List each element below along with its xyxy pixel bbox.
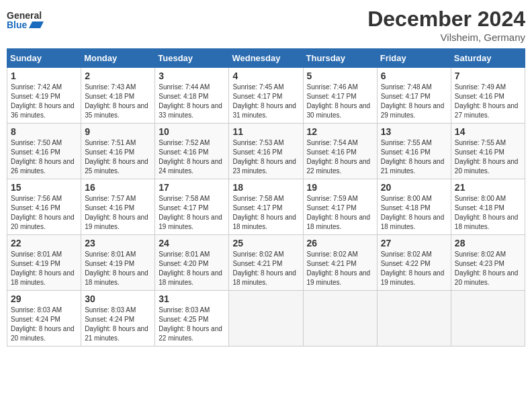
location-subtitle: Vilsheim, Germany [367, 32, 525, 43]
day-detail: Sunrise: 7:44 AMSunset: 4:18 PMDaylight:… [159, 83, 225, 120]
day-detail: Sunrise: 7:52 AMSunset: 4:16 PMDaylight:… [159, 138, 225, 176]
calendar-cell: 27Sunrise: 8:02 AMSunset: 4:22 PMDayligh… [377, 235, 451, 291]
day-number: 23 [85, 238, 151, 248]
day-detail: Sunrise: 7:43 AMSunset: 4:18 PMDaylight:… [85, 83, 151, 120]
day-number: 18 [232, 182, 299, 193]
day-number: 14 [455, 126, 521, 137]
day-detail: Sunrise: 7:46 AMSunset: 4:17 PMDaylight:… [307, 83, 373, 120]
calendar-cell: 9Sunrise: 7:51 AMSunset: 4:16 PMDaylight… [81, 124, 155, 179]
calendar-cell: 6Sunrise: 7:48 AMSunset: 4:17 PMDaylight… [377, 68, 451, 124]
page-header: General Blue December 2024 Vilsheim, Ger… [7, 7, 525, 43]
day-detail: Sunrise: 7:55 AMSunset: 4:16 PMDaylight:… [455, 138, 521, 176]
day-header-wednesday: Wednesday [229, 49, 303, 68]
day-detail: Sunrise: 7:53 AMSunset: 4:16 PMDaylight:… [232, 138, 299, 176]
day-number: 5 [307, 71, 373, 81]
calendar-cell: 19Sunrise: 7:59 AMSunset: 4:17 PMDayligh… [303, 179, 377, 235]
day-number: 22 [11, 238, 77, 248]
day-detail: Sunrise: 8:02 AMSunset: 4:21 PMDaylight:… [232, 250, 299, 287]
day-header-saturday: Saturday [451, 49, 525, 68]
day-detail: Sunrise: 8:00 AMSunset: 4:18 PMDaylight:… [455, 194, 521, 232]
day-detail: Sunrise: 8:01 AMSunset: 4:20 PMDaylight:… [159, 250, 225, 287]
day-number: 30 [85, 293, 151, 304]
day-number: 1 [11, 71, 77, 81]
day-number: 2 [85, 71, 151, 81]
day-detail: Sunrise: 7:42 AMSunset: 4:19 PMDaylight:… [11, 83, 77, 120]
day-detail: Sunrise: 7:59 AMSunset: 4:17 PMDaylight:… [307, 194, 373, 232]
day-number: 25 [232, 238, 299, 248]
calendar-cell: 28Sunrise: 8:02 AMSunset: 4:23 PMDayligh… [451, 235, 525, 291]
day-detail: Sunrise: 7:57 AMSunset: 4:16 PMDaylight:… [85, 194, 151, 232]
calendar-cell: 20Sunrise: 8:00 AMSunset: 4:18 PMDayligh… [377, 179, 451, 235]
day-detail: Sunrise: 7:51 AMSunset: 4:16 PMDaylight:… [85, 138, 151, 176]
day-detail: Sunrise: 7:50 AMSunset: 4:16 PMDaylight:… [11, 138, 77, 176]
calendar-cell: 21Sunrise: 8:00 AMSunset: 4:18 PMDayligh… [451, 179, 525, 235]
calendar-cell [229, 291, 303, 347]
day-number: 20 [381, 182, 447, 193]
month-year-title: December 2024 [367, 7, 525, 32]
day-detail: Sunrise: 7:58 AMSunset: 4:17 PMDaylight:… [232, 194, 299, 232]
day-detail: Sunrise: 8:03 AMSunset: 4:24 PMDaylight:… [85, 306, 151, 343]
day-number: 10 [159, 126, 225, 137]
day-number: 7 [455, 71, 521, 81]
calendar-cell: 11Sunrise: 7:53 AMSunset: 4:16 PMDayligh… [229, 124, 303, 179]
calendar-cell: 7Sunrise: 7:49 AMSunset: 4:16 PMDaylight… [451, 68, 525, 124]
day-detail: Sunrise: 7:45 AMSunset: 4:17 PMDaylight:… [232, 83, 299, 120]
day-detail: Sunrise: 7:49 AMSunset: 4:16 PMDaylight:… [455, 83, 521, 120]
calendar-cell: 3Sunrise: 7:44 AMSunset: 4:18 PMDaylight… [155, 68, 229, 124]
day-number: 3 [159, 71, 225, 81]
day-header-thursday: Thursday [303, 49, 377, 68]
day-detail: Sunrise: 7:58 AMSunset: 4:17 PMDaylight:… [159, 194, 225, 232]
day-number: 28 [455, 238, 521, 248]
calendar-cell: 12Sunrise: 7:54 AMSunset: 4:16 PMDayligh… [303, 124, 377, 179]
day-detail: Sunrise: 8:02 AMSunset: 4:21 PMDaylight:… [307, 250, 373, 287]
day-detail: Sunrise: 8:03 AMSunset: 4:25 PMDaylight:… [159, 306, 225, 343]
day-number: 17 [159, 182, 225, 193]
day-number: 27 [381, 238, 447, 248]
day-number: 13 [381, 126, 447, 137]
calendar-cell: 23Sunrise: 8:01 AMSunset: 4:19 PMDayligh… [81, 235, 155, 291]
day-header-sunday: Sunday [7, 49, 81, 68]
svg-marker-2 [29, 21, 44, 28]
day-detail: Sunrise: 7:56 AMSunset: 4:16 PMDaylight:… [11, 194, 77, 232]
day-number: 31 [159, 293, 225, 304]
title-area: December 2024 Vilsheim, Germany [367, 7, 525, 43]
day-detail: Sunrise: 7:55 AMSunset: 4:16 PMDaylight:… [381, 138, 447, 176]
day-number: 16 [85, 182, 151, 193]
calendar-cell: 25Sunrise: 8:02 AMSunset: 4:21 PMDayligh… [229, 235, 303, 291]
day-detail: Sunrise: 8:03 AMSunset: 4:24 PMDaylight:… [11, 306, 77, 343]
calendar-cell: 4Sunrise: 7:45 AMSunset: 4:17 PMDaylight… [229, 68, 303, 124]
day-number: 29 [11, 293, 77, 304]
logo-icon: General Blue [7, 7, 44, 34]
svg-text:Blue: Blue [7, 19, 28, 30]
day-detail: Sunrise: 8:00 AMSunset: 4:18 PMDaylight:… [381, 194, 447, 232]
day-detail: Sunrise: 8:02 AMSunset: 4:23 PMDaylight:… [455, 250, 521, 287]
calendar-cell [377, 291, 451, 347]
day-header-friday: Friday [377, 49, 451, 68]
calendar-table: SundayMondayTuesdayWednesdayThursdayFrid… [7, 48, 525, 347]
day-number: 12 [307, 126, 373, 137]
calendar-cell: 24Sunrise: 8:01 AMSunset: 4:20 PMDayligh… [155, 235, 229, 291]
day-detail: Sunrise: 8:02 AMSunset: 4:22 PMDaylight:… [381, 250, 447, 287]
day-number: 15 [11, 182, 77, 193]
day-detail: Sunrise: 7:48 AMSunset: 4:17 PMDaylight:… [381, 83, 447, 120]
calendar-cell: 29Sunrise: 8:03 AMSunset: 4:24 PMDayligh… [7, 291, 81, 347]
day-header-monday: Monday [81, 49, 155, 68]
day-detail: Sunrise: 7:54 AMSunset: 4:16 PMDaylight:… [307, 138, 373, 176]
logo: General Blue [7, 7, 44, 34]
calendar-cell: 18Sunrise: 7:58 AMSunset: 4:17 PMDayligh… [229, 179, 303, 235]
day-number: 9 [85, 126, 151, 137]
calendar-cell: 13Sunrise: 7:55 AMSunset: 4:16 PMDayligh… [377, 124, 451, 179]
calendar-cell: 10Sunrise: 7:52 AMSunset: 4:16 PMDayligh… [155, 124, 229, 179]
calendar-cell: 26Sunrise: 8:02 AMSunset: 4:21 PMDayligh… [303, 235, 377, 291]
calendar-cell: 14Sunrise: 7:55 AMSunset: 4:16 PMDayligh… [451, 124, 525, 179]
day-number: 21 [455, 182, 521, 193]
calendar-cell [303, 291, 377, 347]
day-number: 24 [159, 238, 225, 248]
day-number: 4 [232, 71, 299, 81]
day-detail: Sunrise: 8:01 AMSunset: 4:19 PMDaylight:… [11, 250, 77, 287]
day-detail: Sunrise: 8:01 AMSunset: 4:19 PMDaylight:… [85, 250, 151, 287]
calendar-cell: 1Sunrise: 7:42 AMSunset: 4:19 PMDaylight… [7, 68, 81, 124]
calendar-cell: 5Sunrise: 7:46 AMSunset: 4:17 PMDaylight… [303, 68, 377, 124]
calendar-cell: 30Sunrise: 8:03 AMSunset: 4:24 PMDayligh… [81, 291, 155, 347]
day-header-tuesday: Tuesday [155, 49, 229, 68]
